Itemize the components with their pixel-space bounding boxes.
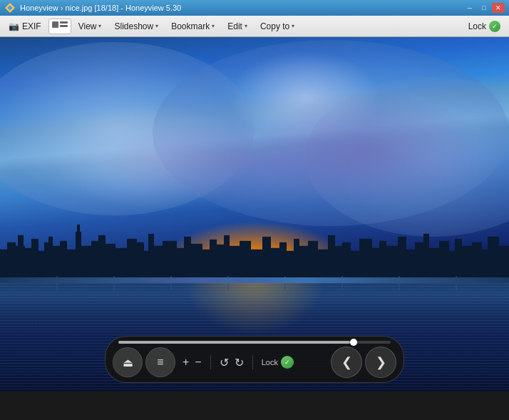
separator-2: [252, 355, 253, 369]
progress-thumb: [350, 339, 357, 346]
zoom-rotate-group: + − ↺ ↻ Lock ✓: [182, 355, 294, 369]
separator: [210, 355, 211, 369]
zoom-in-icon: +: [182, 356, 189, 369]
copy-to-menu[interactable]: Copy to ▾: [254, 18, 300, 35]
view-icon-button[interactable]: [48, 19, 71, 34]
copy-to-dropdown-arrow: ▾: [292, 23, 294, 29]
title-text: Honeyview › nice.jpg [18/18] - Honeyview…: [20, 4, 181, 12]
bridge-deck: [0, 277, 509, 283]
view-label: View: [78, 21, 97, 31]
window-controls: ─ □ ✕: [463, 3, 505, 13]
bookmark-dropdown-arrow: ▾: [212, 23, 215, 29]
lock-group: Lock ✓: [262, 356, 294, 369]
lock-status-check: ✓: [281, 356, 294, 369]
rotate-right-icon: ↻: [235, 356, 244, 369]
rotate-left-button[interactable]: ↺: [220, 356, 229, 369]
slideshow-label: Slideshow: [114, 21, 153, 31]
edit-dropdown-arrow: ▾: [245, 23, 247, 29]
view-mode-icon: [52, 21, 68, 31]
exif-button[interactable]: 📷 EXIF: [3, 18, 47, 35]
svg-rect-4: [60, 21, 68, 24]
rotate-left-icon: ↺: [220, 356, 229, 369]
maximize-button[interactable]: □: [478, 3, 490, 13]
title-bar-left: Honeyview › nice.jpg [18/18] - Honeyview…: [4, 2, 181, 14]
menu-icon: ≡: [157, 356, 163, 369]
svg-rect-3: [52, 21, 58, 28]
zoom-out-icon: −: [195, 356, 201, 369]
edit-menu[interactable]: Edit ▾: [222, 18, 253, 35]
menu-bar: 📷 EXIF View ▾ Slideshow ▾ Bookmark ▾ Edi…: [0, 16, 509, 37]
svg-rect-19: [77, 225, 80, 235]
eject-button[interactable]: ⏏: [113, 347, 143, 377]
camera-icon: 📷: [9, 21, 19, 31]
slideshow-dropdown-arrow: ▾: [155, 23, 158, 29]
view-menu[interactable]: View ▾: [73, 18, 108, 35]
menu-button[interactable]: ≡: [145, 347, 175, 377]
bookmark-menu[interactable]: Bookmark ▾: [165, 18, 220, 35]
title-bar: Honeyview › nice.jpg [18/18] - Honeyview…: [0, 0, 509, 16]
prev-icon: ❮: [341, 354, 352, 370]
progress-bar-track[interactable]: [118, 341, 391, 344]
zoom-in-button[interactable]: +: [182, 356, 189, 369]
prev-button[interactable]: ❮: [331, 347, 362, 378]
lock-status-icon: ✓: [489, 21, 500, 32]
eject-icon: ⏏: [123, 356, 133, 369]
view-dropdown-arrow: ▾: [98, 23, 101, 29]
next-icon: ❯: [376, 354, 386, 370]
lock-label: Lock: [468, 21, 486, 31]
app-icon: [4, 2, 16, 14]
toolbar-row: ⏏ ≡ + − ↺ ↻: [113, 347, 396, 378]
exif-label: EXIF: [22, 21, 41, 31]
zoom-out-button[interactable]: −: [195, 356, 201, 369]
bookmark-label: Bookmark: [171, 21, 210, 31]
progress-bar-fill: [118, 341, 350, 344]
edit-label: Edit: [227, 21, 242, 31]
progress-bar-row[interactable]: [113, 341, 396, 344]
slideshow-menu[interactable]: Slideshow ▾: [108, 18, 164, 35]
next-button[interactable]: ❯: [365, 347, 396, 378]
svg-rect-5: [60, 25, 68, 27]
rotate-right-button[interactable]: ↻: [235, 356, 244, 369]
image-area[interactable]: ⏏ ≡ + − ↺ ↻: [0, 37, 509, 391]
copy-to-label: Copy to: [260, 21, 289, 31]
minimize-button[interactable]: ─: [463, 3, 476, 13]
lock-button[interactable]: Lock ✓: [463, 19, 506, 34]
bottom-toolbar: ⏏ ≡ + − ↺ ↻: [105, 336, 404, 383]
close-button[interactable]: ✕: [492, 3, 505, 13]
lock-text: Lock: [262, 358, 278, 367]
